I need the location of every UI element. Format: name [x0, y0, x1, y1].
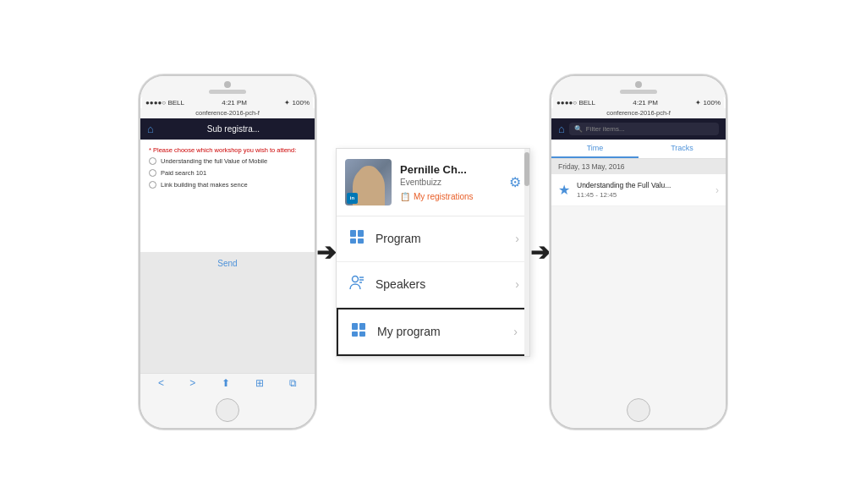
phone-1-bottom: [140, 392, 315, 428]
registrations-icon: 📋: [400, 192, 410, 201]
form-required-label: * Please choose which workshop you wish …: [149, 146, 306, 156]
back-icon[interactable]: <: [158, 377, 164, 389]
phone-1: ●●●●○ BELL 4:21 PM ✦ 100% conference-201…: [139, 74, 316, 430]
event-card[interactable]: ★ Understanding the Full Valu... 11:45 -…: [551, 174, 726, 206]
phone-2-nav-bar: ⌂ 🔍 Filter items...: [551, 118, 726, 140]
tab-row: Time Tracks: [551, 140, 726, 159]
phone-2-time: 4:21 PM: [633, 99, 658, 107]
event-title: Understanding the Full Valu...: [577, 181, 715, 189]
form-bottom: Send: [140, 252, 315, 275]
svg-rect-8: [352, 323, 358, 330]
my-registrations-link[interactable]: 📋 My registrations: [400, 192, 501, 201]
phone-1-speaker: [209, 90, 246, 94]
tab-time[interactable]: Time: [551, 140, 639, 158]
speakers-label: Speakers: [375, 277, 515, 291]
radio-option-3[interactable]: Link building that makes sence: [149, 181, 306, 189]
phone-1-nav-title: Sub registra...: [159, 124, 308, 134]
svg-rect-1: [358, 230, 364, 237]
share-icon[interactable]: ⬆: [222, 377, 230, 389]
svg-rect-3: [358, 238, 364, 244]
phone-2-home-button[interactable]: [627, 398, 650, 422]
program-chevron-icon: ›: [515, 232, 519, 245]
phone-1-time: 4:21 PM: [222, 99, 247, 107]
radio-label-2: Paid search 101: [161, 169, 206, 177]
arrow-1: ➔: [316, 238, 336, 266]
menu-item-program[interactable]: Program ›: [337, 216, 529, 262]
send-button[interactable]: Send: [217, 259, 237, 268]
phone-1-home-button[interactable]: [216, 398, 239, 422]
phone-2-battery: ✦ 100%: [695, 99, 721, 107]
phone-1-status-bar: ●●●●○ BELL 4:21 PM ✦ 100%: [140, 97, 315, 108]
phone-2-screen: ⌂ 🔍 Filter items... Time Tracks Friday, …: [551, 118, 726, 392]
phone-1-top-bar: [140, 76, 315, 97]
program-icon: [347, 228, 367, 249]
myprogram-chevron-icon: ›: [513, 325, 518, 338]
phone-2-home-icon[interactable]: ⌂: [558, 123, 565, 135]
settings-gear-icon[interactable]: ⚙: [509, 174, 521, 190]
tab-tracks[interactable]: Tracks: [639, 140, 726, 158]
phone-2-status-bar: ●●●●○ BELL 4:21 PM ✦ 100%: [551, 97, 726, 108]
radio-option-2[interactable]: Paid search 101: [149, 169, 306, 177]
svg-rect-11: [359, 331, 365, 337]
phone-1-form: * Please choose which workshop you wish …: [140, 140, 315, 252]
phone-1-screen: ⌂ Sub registra... * Please choose which …: [140, 118, 315, 373]
phone-1-bottom-nav: < > ⬆ ⊞ ⧉: [140, 373, 315, 392]
date-header: Friday, 13 May, 2016: [551, 159, 726, 174]
forward-icon[interactable]: >: [189, 377, 195, 389]
event-chevron-icon: ›: [715, 184, 719, 196]
arrow-2: ➔: [530, 238, 550, 266]
scrollbar[interactable]: [524, 149, 529, 356]
registrations-label: My registrations: [414, 192, 474, 201]
event-time: 11:45 - 12:45: [577, 191, 715, 199]
phone-1-battery: ✦ 100%: [284, 99, 310, 107]
phone-1-home-icon[interactable]: ⌂: [147, 123, 154, 135]
radio-circle-3[interactable]: [149, 181, 156, 189]
profile-name: Pernille Ch...: [400, 163, 501, 176]
phone-2-speaker: [620, 90, 657, 94]
svg-rect-9: [359, 323, 365, 330]
phone-1-url: conference-2016-pch-f: [140, 108, 315, 118]
phone-2-url: conference-2016-pch-f: [551, 108, 726, 118]
event-star-icon: ★: [558, 182, 570, 198]
profile-avatar: in: [345, 159, 392, 205]
svg-rect-10: [352, 331, 358, 337]
speakers-chevron-icon: ›: [515, 277, 519, 291]
phone-2-camera: [635, 81, 642, 88]
radio-label-1: Understanding the full Value of Mobile: [161, 157, 267, 165]
tabs-icon[interactable]: ⊞: [255, 377, 264, 389]
event-info: Understanding the Full Valu... 11:45 - 1…: [577, 181, 715, 199]
profile-info: Pernille Ch... Eventbuizz 📋 My registrat…: [400, 163, 501, 201]
profile-company: Eventbuizz: [400, 178, 501, 187]
phone-2-carrier: ●●●●○ BELL: [556, 99, 595, 107]
menu-item-myprogram[interactable]: My program ›: [337, 308, 529, 356]
profile-card: in Pernille Ch... Eventbuizz 📋 My regist…: [337, 149, 529, 216]
search-placeholder: Filter items...: [586, 125, 625, 133]
linkedin-icon: in: [347, 193, 358, 204]
radio-label-3: Link building that makes sence: [161, 181, 248, 189]
phone-2-bottom: [551, 392, 726, 428]
phone-1-carrier: ●●●●○ BELL: [145, 99, 184, 107]
phone-1-camera: [224, 81, 231, 88]
search-icon: 🔍: [574, 125, 583, 133]
bookmark-icon[interactable]: ⧉: [289, 377, 297, 389]
phone-2: ●●●●○ BELL 4:21 PM ✦ 100% conference-201…: [550, 74, 727, 430]
form-question: Please choose which workshop you wish to…: [153, 146, 296, 154]
menu-item-speakers[interactable]: Speakers ›: [337, 262, 529, 308]
middle-menu: in Pernille Ch... Eventbuizz 📋 My regist…: [336, 148, 530, 357]
phone-1-nav-bar: ⌂ Sub registra...: [140, 118, 315, 140]
svg-rect-0: [350, 230, 356, 237]
scrollbar-thumb[interactable]: [524, 152, 529, 186]
radio-circle-2[interactable]: [149, 169, 156, 177]
svg-rect-2: [350, 238, 356, 244]
radio-circle-1[interactable]: [149, 157, 156, 165]
svg-point-4: [353, 276, 359, 282]
search-bar[interactable]: 🔍 Filter items...: [569, 123, 719, 135]
myprogram-icon: [348, 321, 369, 342]
program-label: Program: [375, 232, 515, 245]
radio-option-1[interactable]: Understanding the full Value of Mobile: [149, 157, 306, 165]
myprogram-label: My program: [377, 325, 513, 338]
phone-2-top-bar: [551, 76, 726, 97]
speakers-icon: [347, 274, 367, 295]
